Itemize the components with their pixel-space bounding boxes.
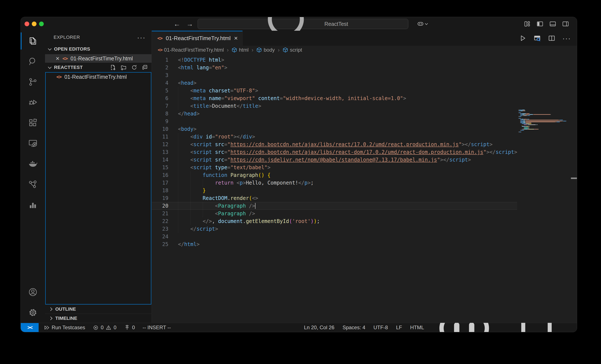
breadcrumb-file[interactable]: <>01-ReactFirstTimeTry.html [158, 47, 224, 53]
overview-ruler-marker [571, 177, 577, 179]
code-line-15[interactable]: 15 <script type="text/babel"> [152, 164, 577, 171]
sidebar-more-actions-icon[interactable]: ··· [137, 36, 146, 39]
toggle-secondary-sidebar-icon[interactable] [562, 20, 569, 28]
refresh-icon[interactable] [131, 64, 138, 71]
activity-run-debug-icon[interactable] [21, 92, 45, 113]
minimap-line [518, 132, 571, 132]
folder-section-header[interactable]: REACTTEST [45, 63, 151, 72]
copilot-menu-button[interactable] [417, 20, 428, 28]
tree-item-html-file[interactable]: <> 01-ReactFirstTimeTry.html [46, 73, 151, 81]
code-line-23[interactable]: 23 </script> [152, 225, 577, 233]
close-window-button[interactable] [25, 21, 29, 26]
code-line-6[interactable]: 6 <meta name="viewport" content="width=d… [152, 95, 577, 102]
code-line-17[interactable]: 17 return <p>Hello, Component!</p>; [152, 179, 577, 187]
code-line-16[interactable]: 16 function Paragraph() { [152, 171, 577, 179]
more-actions-icon[interactable]: ··· [562, 37, 571, 39]
minimap-line [518, 125, 571, 126]
split-editor-icon[interactable] [548, 34, 556, 42]
activity-accounts-icon[interactable] [21, 282, 45, 302]
indent-guide [178, 95, 178, 102]
code-line-22[interactable]: 22 </>, document.getElementById('root'))… [152, 217, 577, 225]
toggle-primary-sidebar-icon[interactable] [536, 20, 544, 28]
code-line-10[interactable]: 10<body> [152, 125, 577, 133]
back-icon[interactable]: ← [173, 17, 180, 31]
code-line-3[interactable]: 3 [152, 71, 577, 79]
code-line-4[interactable]: 4<head> [152, 79, 577, 87]
activity-explorer-icon[interactable] [21, 31, 45, 51]
code-line-19[interactable]: 19 ReactDOM.render(<> [152, 194, 577, 202]
minimap-line [518, 127, 571, 128]
activity-search-icon[interactable] [21, 51, 45, 72]
activity-extensions-icon[interactable] [21, 113, 45, 133]
code-line-5[interactable]: 5 <meta charset="UTF-8"> [152, 87, 577, 95]
remote-indicator[interactable]: >< [21, 323, 39, 332]
code-line-2[interactable]: 2<html lang="en"> [152, 64, 577, 71]
code-line-8[interactable]: 8</head> [152, 110, 577, 118]
code-line-18[interactable]: 18 } [152, 187, 577, 194]
outline-section[interactable]: OUTLINE [45, 305, 151, 314]
customize-layout-icon[interactable] [523, 20, 531, 28]
symbol-cube-icon [231, 47, 237, 53]
line-number: 5 [152, 87, 178, 95]
activity-remote-explorer-icon[interactable] [21, 133, 45, 154]
line-number: 19 [152, 194, 178, 202]
code-line-20[interactable]: 20 <Paragraph /> [152, 202, 517, 210]
vim-mode-indicator[interactable]: -- INSERT -- [142, 325, 171, 331]
breadcrumb-symbol-html[interactable]: html [231, 47, 248, 53]
run-all-icon [44, 325, 50, 331]
activity-settings-icon[interactable] [21, 302, 45, 323]
close-tab-icon[interactable]: × [234, 35, 238, 41]
activity-docker-icon[interactable] [21, 154, 45, 174]
minimize-window-button[interactable] [32, 21, 37, 26]
code-line-11[interactable]: 11 <div id="root"></div> [152, 133, 577, 141]
breadcrumb-symbol-body[interactable]: body [256, 47, 275, 53]
encoding[interactable]: UTF-8 [373, 325, 388, 331]
close-editor-icon[interactable]: × [56, 55, 60, 62]
problems-indicator[interactable]: 0 0 [93, 325, 117, 331]
timeline-section[interactable]: TIMELINE [45, 314, 151, 323]
tab-bar: <> 01-ReactFirstTimeTry.html × ··· [152, 31, 577, 46]
language-mode[interactable]: HTML [410, 325, 424, 331]
forward-icon[interactable]: → [186, 17, 193, 31]
activity-testing-icon[interactable] [21, 195, 45, 215]
code-line-24[interactable]: 24 [152, 233, 577, 240]
editor-actions: ··· [519, 31, 577, 46]
line-number: 11 [152, 133, 178, 141]
breadcrumb-symbol-script[interactable]: script [282, 47, 302, 53]
minimap-line [518, 124, 571, 125]
open-editors-section[interactable]: OPEN EDITORS [45, 44, 151, 54]
code-line-7[interactable]: 7 <title>Document</title> [152, 102, 577, 110]
code-line-25[interactable]: 25</html> [152, 240, 577, 248]
code-line-13[interactable]: 13 <script src="https://cdn.bootcdn.net/… [152, 148, 577, 156]
toggle-panel-icon[interactable] [549, 20, 556, 28]
indent-guide [178, 133, 178, 141]
zoom-window-button[interactable] [39, 21, 44, 26]
ports-indicator[interactable]: 0 [124, 325, 135, 331]
indent-guide [203, 179, 203, 187]
command-center-search[interactable]: ReactTest [198, 19, 408, 29]
line-number: 16 [152, 171, 178, 179]
live-preview-icon[interactable] [533, 34, 541, 42]
new-file-icon[interactable] [110, 64, 116, 71]
collapse-all-icon[interactable] [142, 64, 148, 71]
run-file-icon[interactable] [519, 34, 527, 42]
activity-source-control-icon[interactable] [21, 72, 45, 92]
code-line-1[interactable]: 1<!DOCTYPE html> [152, 56, 577, 64]
minimap[interactable] [518, 110, 571, 132]
activity-live-share-icon[interactable] [21, 174, 45, 195]
html-file-icon: <> [62, 56, 68, 61]
open-editor-item[interactable]: × <> 01-ReactFirstTimeTry.html [45, 54, 151, 63]
minimap-line [518, 112, 571, 113]
code-line-9[interactable]: 9 [152, 118, 577, 125]
eol-sequence[interactable]: LF [396, 325, 402, 331]
new-folder-icon[interactable] [120, 64, 127, 71]
breadcrumb-separator: › [227, 47, 229, 53]
run-testcases-button[interactable]: Run Testcases [44, 325, 85, 331]
code-editor[interactable]: 1<!DOCTYPE html>2<html lang="en">34<head… [152, 54, 577, 323]
tab-active[interactable]: <> 01-ReactFirstTimeTry.html × [152, 31, 243, 46]
code-line-14[interactable]: 14 <script src="https://cdn.jsdelivr.net… [152, 156, 577, 164]
indentation[interactable]: Spaces: 4 [342, 325, 365, 331]
code-line-21[interactable]: 21 <Paragraph /> [152, 210, 577, 217]
code-line-12[interactable]: 12 <script src="https://cdn.bootcdn.net/… [152, 141, 577, 148]
cursor-position[interactable]: Ln 20, Col 26 [304, 325, 334, 331]
